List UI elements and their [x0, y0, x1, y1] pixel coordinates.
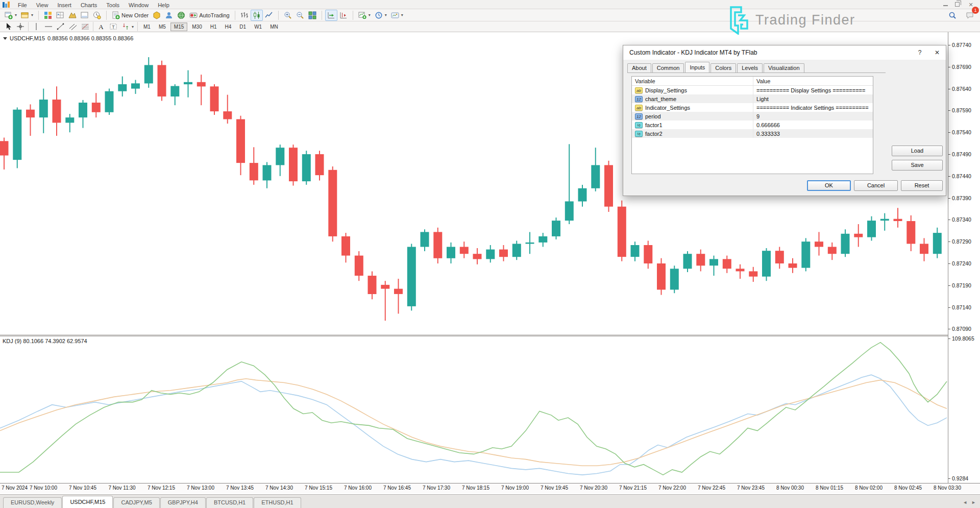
inputs-table-row-indicator-settings[interactable]: abIndicator_Settings========== Indicator…: [632, 103, 873, 112]
chart-shift-button[interactable]: [337, 10, 350, 21]
notifications-icon[interactable]: 1: [964, 10, 976, 21]
strategy-tester-button[interactable]: [91, 10, 103, 21]
time-axis[interactable]: 7 Nov 20247 Nov 10:007 Nov 10:457 Nov 11…: [0, 483, 980, 493]
crosshair-tool-button[interactable]: [14, 21, 27, 32]
chart-tab-btcusd-h1[interactable]: BTCUSD,H1: [206, 497, 253, 508]
timeframe-button-m30[interactable]: M30: [188, 22, 205, 31]
chart-candles-button[interactable]: [251, 10, 263, 21]
trendline-tool-button[interactable]: [55, 21, 67, 32]
chart-tab-cadjpy-m5[interactable]: CADJPY,M5: [113, 497, 159, 508]
variable-value[interactable]: 9: [753, 113, 873, 119]
new-chart-dropdown-icon[interactable]: ▾: [15, 13, 17, 17]
tab-scroll-left-icon[interactable]: ◄: [963, 500, 967, 505]
zoom-out-button[interactable]: [294, 10, 306, 21]
chart-bars-button[interactable]: [238, 10, 251, 21]
variable-value[interactable]: 0.666666: [753, 122, 873, 128]
kdj-lines-chart[interactable]: [0, 336, 948, 483]
chart-line-button[interactable]: [263, 10, 275, 21]
price-axis[interactable]: 0.877400.876900.876400.875900.875400.874…: [948, 32, 980, 483]
terminal-button[interactable]: [79, 10, 91, 21]
periods-button[interactable]: ▾: [373, 10, 389, 21]
menu-item-file[interactable]: File: [13, 1, 32, 9]
inputs-table-row-factor1[interactable]: ½factor10.666666: [632, 120, 873, 129]
inputs-table-row-period[interactable]: 12period9: [632, 112, 873, 120]
timeframe-button-w1[interactable]: W1: [251, 22, 265, 31]
variable-value[interactable]: ========== Indicator Settings ==========: [753, 105, 873, 111]
arrows-tool-tool-button[interactable]: ▾: [119, 21, 136, 32]
cancel-button[interactable]: Cancel: [854, 180, 898, 191]
market-watch-button[interactable]: [42, 10, 54, 21]
menu-item-view[interactable]: View: [32, 1, 53, 9]
dialog-close-icon[interactable]: ✕: [929, 45, 945, 60]
dialog-help-button[interactable]: ?: [912, 45, 927, 60]
menu-item-window[interactable]: Window: [124, 1, 153, 9]
dialog-tab-colors[interactable]: Colors: [710, 63, 736, 72]
timeframe-button-m1[interactable]: M1: [140, 22, 154, 31]
tab-scroll-right-icon[interactable]: ►: [971, 500, 976, 505]
zoom-in-button[interactable]: [282, 10, 294, 21]
chart-tab-usdchf-m15[interactable]: USDCHF,M15: [62, 496, 113, 508]
reset-button[interactable]: Reset: [901, 180, 943, 191]
kdj-indicator-pane[interactable]: KDJ (9) 80.1066 74.3902 62.9574: [0, 336, 948, 483]
autotrading-button[interactable]: AutoTrading: [187, 10, 232, 21]
timeframe-button-h4[interactable]: H4: [222, 22, 235, 31]
dialog-tab-common[interactable]: Common: [652, 63, 684, 72]
experts-button[interactable]: [163, 10, 175, 21]
timeframe-button-h1[interactable]: H1: [207, 22, 220, 31]
dialog-tab-visualization[interactable]: Visualization: [764, 63, 804, 72]
dialog-tab-inputs[interactable]: Inputs: [685, 62, 709, 72]
indicators-button[interactable]: ▾: [356, 10, 373, 21]
templates-dropdown-icon[interactable]: ▾: [401, 13, 403, 17]
sounds-button[interactable]: [175, 10, 187, 21]
indicators-dropdown-icon[interactable]: ▾: [369, 13, 371, 17]
inputs-table-row-display-settings[interactable]: abDisplay_Settings========== Display Set…: [632, 86, 873, 94]
arrows-tool-icon: [121, 22, 130, 31]
timeframe-button-m5[interactable]: M5: [155, 22, 169, 31]
variable-value[interactable]: 0.333333: [753, 131, 873, 137]
collapse-icon[interactable]: [3, 37, 7, 40]
chart-tab-eurusd-weekly[interactable]: EURUSD,Weekly: [3, 497, 62, 508]
new-chart-button[interactable]: ▾: [3, 10, 19, 21]
text-tool-button[interactable]: A: [95, 21, 107, 32]
inputs-table[interactable]: VariableValueabDisplay_Settings=========…: [631, 76, 873, 174]
minimize-icon[interactable]: [943, 3, 948, 6]
metaeditor-button[interactable]: [151, 10, 163, 21]
menu-item-insert[interactable]: Insert: [53, 1, 76, 9]
cursor-tool-button[interactable]: [2, 21, 14, 32]
dialog-tab-about[interactable]: About: [627, 63, 651, 72]
profiles-dropdown-icon[interactable]: ▾: [31, 13, 33, 17]
profiles-button[interactable]: ▾: [19, 10, 35, 21]
chart-tab-ethusd-h1[interactable]: ETHUSD,H1: [254, 497, 301, 508]
navigator-button[interactable]: [66, 10, 79, 21]
dialog-tab-levels[interactable]: Levels: [737, 63, 763, 72]
variable-value[interactable]: Light: [753, 96, 873, 102]
data-window-button[interactable]: [54, 10, 66, 21]
restore-icon[interactable]: [955, 2, 960, 7]
vline-tool-button[interactable]: [30, 21, 42, 32]
load-button[interactable]: Load: [892, 146, 943, 156]
menu-item-charts[interactable]: Charts: [76, 1, 102, 9]
save-button[interactable]: Save: [892, 160, 943, 171]
ok-button[interactable]: OK: [807, 180, 851, 191]
periods-dropdown-icon[interactable]: ▾: [385, 13, 387, 17]
tile-windows-button[interactable]: [306, 10, 318, 21]
auto-scroll-button[interactable]: [325, 10, 337, 21]
channel-tool-button[interactable]: [67, 21, 79, 32]
arrows-tool-dropdown-icon[interactable]: ▾: [132, 25, 134, 29]
inputs-table-row-factor2[interactable]: ½factor20.333333: [632, 129, 873, 138]
menu-item-tools[interactable]: Tools: [102, 1, 124, 9]
timeframe-button-mn[interactable]: MN: [266, 22, 282, 31]
dialog-title-bar[interactable]: Custom Indicator - KDJ Indicator MT4 by …: [623, 45, 946, 60]
templates-button[interactable]: ▾: [389, 10, 405, 21]
search-icon[interactable]: [946, 10, 959, 21]
hline-tool-button[interactable]: [42, 21, 55, 32]
new-order-button[interactable]: New Order: [110, 10, 151, 21]
timeframe-button-m15[interactable]: M15: [170, 22, 187, 31]
menu-item-help[interactable]: Help: [153, 1, 174, 9]
timeframe-button-d1[interactable]: D1: [236, 22, 250, 31]
label-tool-button[interactable]: T: [107, 21, 119, 32]
variable-value[interactable]: ========== Display Settings ==========: [753, 87, 873, 93]
inputs-table-row-chart-theme[interactable]: 12chart_themeLight: [632, 94, 873, 103]
fibonacci-tool-button[interactable]: [79, 21, 91, 32]
chart-tab-gbpjpy-h4[interactable]: GBPJPY,H4: [160, 497, 206, 508]
